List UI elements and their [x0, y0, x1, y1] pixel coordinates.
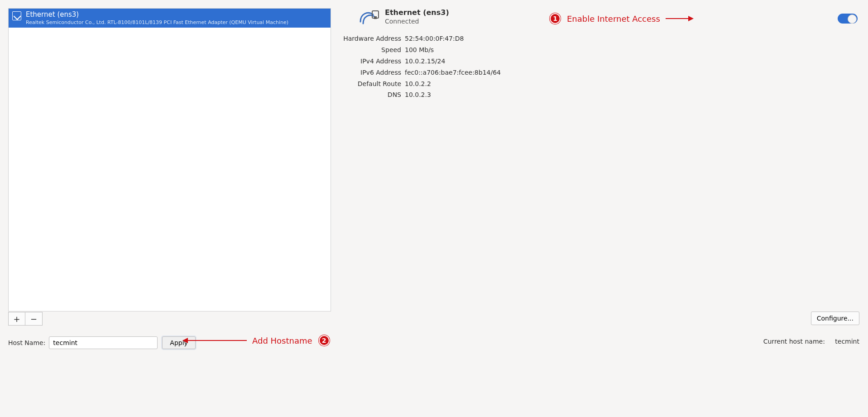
speed-label: Speed: [336, 46, 405, 54]
arrow-right-icon: [666, 18, 693, 19]
network-list-item[interactable]: Ethernet (ens3) Realtek Semiconductor Co…: [9, 9, 331, 28]
current-hostname-label: Current host name:: [763, 338, 825, 345]
detail-title: Ethernet (ens3): [385, 8, 449, 17]
network-list-item-subtitle: Realtek Semiconductor Co., Ltd. RTL-8100…: [26, 19, 288, 25]
enable-connection-toggle[interactable]: [838, 14, 858, 24]
detail-status: Connected: [385, 18, 449, 25]
ethernet-detail-icon: [359, 8, 380, 26]
ipv6-label: IPv6 Address: [336, 68, 405, 77]
default-route-value: 10.0.2.2: [405, 80, 431, 88]
detail-table: Hardware Address 52:54:00:0F:47:D8 Speed…: [336, 34, 698, 99]
add-connection-button[interactable]: +: [8, 312, 25, 326]
dns-value: 10.0.2.3: [405, 91, 431, 99]
annotation-enable-internet: 1 Enable Internet Access: [543, 13, 693, 24]
ethernet-icon: [12, 11, 21, 20]
current-hostname: Current host name: tecmint: [763, 338, 859, 345]
configure-button[interactable]: Configure...: [811, 312, 859, 325]
ipv4-label: IPv4 Address: [336, 57, 405, 66]
dns-label: DNS: [336, 91, 405, 99]
hostname-row: Host Name: Apply: [8, 335, 859, 350]
remove-connection-button[interactable]: −: [25, 312, 43, 326]
annotation-badge-2: 2: [319, 335, 330, 346]
hostname-input[interactable]: [49, 336, 158, 349]
network-list: Ethernet (ens3) Realtek Semiconductor Co…: [8, 8, 331, 312]
ipv6-value: fec0::a706:bae7:fcee:8b14/64: [405, 68, 482, 77]
network-list-item-title: Ethernet (ens3): [26, 10, 288, 19]
annotation-add-hostname: Add Hostname 2: [183, 335, 336, 346]
hw-address-label: Hardware Address: [336, 34, 405, 43]
network-list-item-text: Ethernet (ens3) Realtek Semiconductor Co…: [26, 10, 288, 25]
list-buttons: + −: [8, 312, 43, 326]
default-route-label: Default Route: [336, 80, 405, 88]
annotation-badge-1: 1: [550, 13, 561, 24]
annotation-text-1: Enable Internet Access: [567, 14, 660, 24]
svg-rect-1: [374, 16, 377, 19]
arrow-left-icon: [183, 340, 247, 341]
annotation-text-2: Add Hostname: [252, 336, 312, 345]
hw-address-value: 52:54:00:0F:47:D8: [405, 34, 464, 43]
ipv4-value: 10.0.2.15/24: [405, 57, 445, 66]
hostname-label: Host Name:: [8, 339, 45, 346]
current-hostname-value: tecmint: [835, 338, 859, 345]
speed-value: 100 Mb/s: [405, 46, 434, 54]
